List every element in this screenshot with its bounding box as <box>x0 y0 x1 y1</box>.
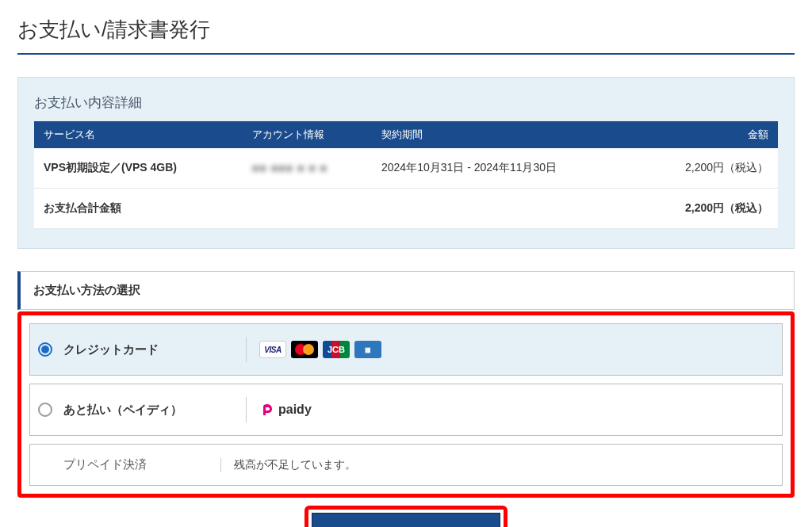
payment-option-paidy[interactable]: あと払い（ペイディ） paidy <box>29 384 783 436</box>
cell-total-label: お支払合計金額 <box>34 189 243 229</box>
amex-icon: ▦ <box>354 341 381 358</box>
payment-method-heading: お支払い方法の選択 <box>17 271 795 310</box>
prepaid-note: 残高が不足しています。 <box>220 458 356 472</box>
proceed-to-payment-button[interactable]: 決済画面へ進む <box>312 513 500 527</box>
cell-amount: 2,200円（税込） <box>638 148 778 189</box>
cell-account: ■■ ■■■ ■ ■ ■ <box>243 148 372 189</box>
details-table: サービス名 アカウント情報 契約期間 金額 VPS初期設定／(VPS 4GB) … <box>34 121 778 229</box>
col-amount: 金額 <box>638 121 778 148</box>
option-label-paidy: あと払い（ペイディ） <box>63 403 246 418</box>
col-account: アカウント情報 <box>243 121 372 148</box>
option-label-prepaid: プリペイド決済 <box>38 457 220 472</box>
mastercard-icon <box>291 341 318 358</box>
table-row: VPS初期設定／(VPS 4GB) ■■ ■■■ ■ ■ ■ 2024年10月3… <box>34 148 778 189</box>
paidy-logo-wrap: paidy <box>246 397 312 422</box>
payment-option-credit[interactable]: クレジットカード VISA JCB ▦ <box>29 323 783 376</box>
payment-details-panel: お支払い内容詳細 サービス名 アカウント情報 契約期間 金額 VPS初期設定／(… <box>17 77 795 249</box>
payment-method-options: クレジットカード VISA JCB ▦ あと払い（ペイディ） paidy プリペ… <box>17 311 795 498</box>
radio-paidy[interactable] <box>38 403 52 417</box>
details-heading: お支払い内容詳細 <box>34 94 778 112</box>
page-title: お支払い/請求書発行 <box>17 16 795 55</box>
col-period: 契約期間 <box>372 121 638 148</box>
visa-icon: VISA <box>259 341 286 358</box>
paidy-icon: paidy <box>259 402 312 418</box>
radio-credit[interactable] <box>38 342 52 357</box>
table-row-total: お支払合計金額 2,200円（税込） <box>34 189 778 229</box>
col-service: サービス名 <box>34 121 243 148</box>
jcb-icon: JCB <box>323 341 350 358</box>
payment-option-prepaid: プリペイド決済 残高が不足しています。 <box>29 444 783 486</box>
cell-period: 2024年10月31日 - 2024年11月30日 <box>372 148 638 189</box>
cell-service: VPS初期設定／(VPS 4GB) <box>34 148 243 189</box>
cell-total-amount: 2,200円（税込） <box>638 189 778 229</box>
option-label-credit: クレジットカード <box>63 342 246 357</box>
submit-highlight-box: 決済画面へ進む <box>304 506 508 527</box>
credit-card-logos: VISA JCB ▦ <box>246 337 381 362</box>
